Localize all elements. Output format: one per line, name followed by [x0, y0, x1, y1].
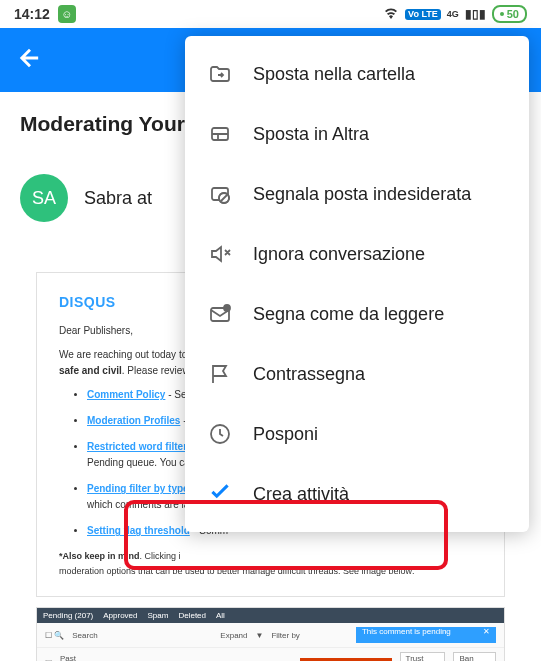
menu-snooze[interactable]: Posponi: [185, 404, 529, 464]
pending-filter-link[interactable]: Pending filter by type: [87, 483, 189, 494]
preview-row-1: ☐ 🔍 Search Expand ▼ Filter by This comme…: [37, 623, 504, 648]
menu-label: Segnala posta indesiderata: [253, 184, 471, 205]
svg-point-5: [224, 305, 230, 311]
pending-banner: This comment is pending✕: [356, 627, 496, 643]
wifi-icon: [383, 7, 399, 22]
email-note: *Also keep in mind. Clicking i moderatio…: [59, 549, 482, 578]
menu-move-folder[interactable]: Sposta nella cartella: [185, 44, 529, 104]
flag-icon: [207, 361, 233, 387]
menu-create-task[interactable]: Crea attività: [185, 464, 529, 524]
menu-move-other[interactable]: Sposta in Altra: [185, 104, 529, 164]
menu-label: Ignora conversazione: [253, 244, 425, 265]
back-button[interactable]: [16, 44, 44, 76]
sender-avatar: SA: [20, 174, 68, 222]
flag-threshold-link[interactable]: Setting flag threshold: [87, 525, 190, 536]
intro-bold: safe and civil: [59, 365, 122, 376]
note-rest2: moderation options that can be used to b…: [59, 566, 415, 576]
moderation-profiles-link[interactable]: Moderation Profiles: [87, 415, 180, 426]
screenshot-preview: Pending (207) Approved Spam Deleted All …: [36, 607, 505, 661]
item-text2: which comments are labe: [87, 499, 200, 510]
mute-icon: [207, 241, 233, 267]
volte-badge: Vo LTE: [405, 9, 441, 20]
menu-mark-unread[interactable]: Segna come da leggere: [185, 284, 529, 344]
filter-label: Filter by: [271, 631, 299, 640]
menu-flag[interactable]: Contrassegna: [185, 344, 529, 404]
tab-pending: Pending (207): [43, 611, 93, 620]
move-folder-icon: [207, 61, 233, 87]
banner-text: This comment is pending: [356, 627, 451, 636]
tab-approved: Approved: [103, 611, 137, 620]
move-other-icon: [207, 121, 233, 147]
mark-unread-icon: [207, 301, 233, 327]
sender-name: Sabra at: [84, 188, 152, 209]
menu-label: Contrassegna: [253, 364, 365, 385]
menu-label: Posponi: [253, 424, 318, 445]
comment-policy-link[interactable]: Comment Policy: [87, 389, 165, 400]
create-task-icon: [207, 481, 233, 507]
search-label: Search: [72, 631, 212, 640]
battery-indicator: 50: [492, 5, 527, 23]
tab-deleted: Deleted: [178, 611, 206, 620]
context-menu: Sposta nella cartella Sposta in Altra Se…: [185, 36, 529, 532]
tab-all: All: [216, 611, 225, 620]
signal-label: 4G: [447, 9, 459, 19]
menu-ignore[interactable]: Ignora conversazione: [185, 224, 529, 284]
status-time: 14:12: [14, 6, 50, 22]
ban-btn: Ban User: [453, 652, 496, 661]
status-bar: 14:12 ☺ Vo LTE 4G ▮▯▮ 50: [0, 0, 541, 28]
status-right: Vo LTE 4G ▮▯▮ 50: [383, 5, 527, 23]
note-rest1: . Clicking i: [140, 551, 181, 561]
restricted-word-link[interactable]: Restricted word filter: [87, 441, 187, 452]
report-spam-icon: [207, 181, 233, 207]
expand-label: Expand: [220, 631, 247, 640]
note-bold: *Also keep in mind: [59, 551, 140, 561]
battery-value: 50: [507, 8, 519, 20]
status-app-badge: ☺: [58, 5, 76, 23]
signal-icon: ▮▯▮: [465, 7, 486, 21]
preview-row-2: ☐ Past Year ↑↓ Newest Trust User Ban Use…: [37, 648, 504, 661]
menu-report-spam[interactable]: Segnala posta indesiderata: [185, 164, 529, 224]
status-left: 14:12 ☺: [14, 5, 76, 23]
tab-spam: Spam: [148, 611, 169, 620]
menu-label: Sposta in Altra: [253, 124, 369, 145]
menu-label: Crea attività: [253, 484, 349, 505]
menu-label: Segna come da leggere: [253, 304, 444, 325]
snooze-icon: [207, 421, 233, 447]
past-year: Past Year: [60, 654, 91, 661]
trust-btn: Trust User: [400, 652, 446, 661]
preview-tabs: Pending (207) Approved Spam Deleted All: [37, 608, 504, 623]
menu-label: Sposta nella cartella: [253, 64, 415, 85]
